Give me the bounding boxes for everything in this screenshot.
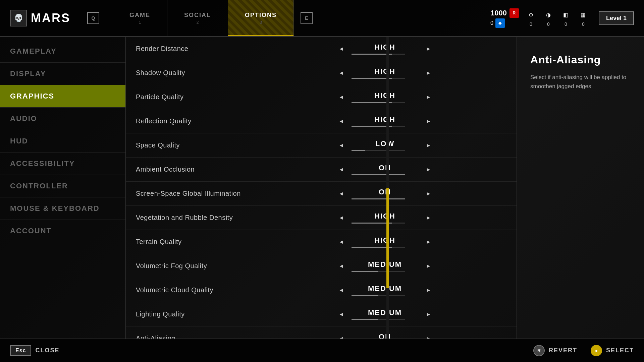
sidebar-item-display[interactable]: DISPLAY (0, 63, 125, 85)
value-bar-particle-quality (352, 102, 405, 103)
value-bar-fill-shadow-quality (352, 78, 392, 79)
table-row: Anti-Aliasing ◄ ON ► (126, 326, 517, 339)
table-row: Space Quality ◄ LOW ► (126, 133, 517, 158)
arrow-right-particle-quality[interactable]: ► (424, 92, 434, 102)
arrow-left-render-distance[interactable]: ◄ (336, 44, 346, 54)
hud-icon-circle: ◑ (543, 9, 554, 20)
setting-control-volumetric-fog: ◄ MEDIUM ► (263, 260, 506, 272)
sidebar-item-gameplay[interactable]: GAMEPLAY (0, 40, 125, 63)
arrow-right-render-distance[interactable]: ► (424, 44, 434, 54)
e-key-icon: E (301, 12, 313, 24)
value-bar-fill-volumetric-cloud (352, 295, 378, 296)
value-bar-fill-render-distance (352, 54, 392, 55)
arrow-right-anti-aliasing[interactable]: ► (424, 334, 434, 339)
value-bar-shadow-quality (352, 78, 405, 79)
currency-area: 1000 R 0 ◆ (490, 8, 519, 28)
setting-name-shadow-quality: Shadow Quality (136, 69, 263, 77)
value-bar-fill-lighting-quality (352, 319, 378, 320)
setting-name-terrain-quality: Terrain Quality (136, 238, 263, 246)
value-text-volumetric-cloud: MEDIUM (352, 284, 419, 293)
arrow-left-shadow-quality[interactable]: ◄ (336, 68, 346, 78)
setting-control-shadow-quality: ◄ HIGH ► (263, 67, 506, 79)
value-text-shadow-quality: HIGH (352, 67, 419, 76)
value-display-particle-quality: HIGH (352, 91, 419, 103)
currency-blue-icon: ◆ (495, 18, 505, 28)
value-bar-ssgi (352, 198, 405, 199)
arrow-right-reflection-quality[interactable]: ► (424, 116, 434, 126)
arrow-right-terrain-quality[interactable]: ► (424, 237, 434, 247)
setting-name-reflection-quality: Reflection Quality (136, 117, 263, 125)
value-text-reflection-quality: HIGH (352, 115, 419, 124)
setting-control-lighting-quality: ◄ MEDIUM ► (263, 308, 506, 320)
table-row: Lighting Quality ◄ MEDIUM ► (126, 302, 517, 326)
skull-icon: 💀 (10, 10, 27, 26)
scrollbar[interactable] (386, 37, 389, 339)
hud-icon-2-count: 0 (547, 21, 550, 27)
table-row: Reflection Quality ◄ HIGH ► (126, 109, 517, 133)
settings-panel: Render Distance ◄ HIGH ► Shadow Quality (126, 37, 517, 339)
tab-social[interactable]: SOCIAL 2 (167, 0, 228, 36)
arrow-right-ssgi[interactable]: ► (424, 189, 434, 199)
value-bar-reflection-quality (352, 126, 405, 127)
scroll-thumb[interactable] (386, 188, 389, 288)
arrow-left-ambient-occlusion[interactable]: ◄ (336, 165, 346, 175)
arrow-right-volumetric-fog[interactable]: ► (424, 261, 434, 271)
arrow-left-anti-aliasing[interactable]: ◄ (336, 334, 346, 339)
sidebar-item-controller[interactable]: CONTROLLER (0, 175, 125, 197)
table-row: Shadow Quality ◄ HIGH ► (126, 61, 517, 85)
value-display-lighting-quality: MEDIUM (352, 308, 419, 320)
table-row: Volumetric Fog Quality ◄ MEDIUM ► (126, 254, 517, 278)
table-row: Particle Quality ◄ HIGH ► (126, 85, 517, 109)
sidebar-item-account[interactable]: ACCOUNT (0, 220, 125, 242)
arrow-right-space-quality[interactable]: ► (424, 140, 434, 150)
arrow-right-volumetric-cloud[interactable]: ► (424, 285, 434, 295)
arrow-right-ambient-occlusion[interactable]: ► (424, 165, 434, 175)
setting-control-render-distance: ◄ HIGH ► (263, 43, 506, 55)
setting-control-space-quality: ◄ LOW ► (263, 139, 506, 151)
sidebar-item-audio[interactable]: AUDIO (0, 108, 125, 130)
arrow-left-terrain-quality[interactable]: ◄ (336, 237, 346, 247)
value-text-render-distance: HIGH (352, 43, 419, 52)
arrow-right-vegetation[interactable]: ► (424, 213, 434, 223)
setting-control-volumetric-cloud: ◄ MEDIUM ► (263, 284, 506, 296)
value-bar-vegetation (352, 223, 405, 224)
arrow-left-volumetric-cloud[interactable]: ◄ (336, 285, 346, 295)
arrow-left-vegetation[interactable]: ◄ (336, 213, 346, 223)
setting-name-ambient-occlusion: Ambient Occlusion (136, 166, 263, 173)
arrow-left-space-quality[interactable]: ◄ (336, 140, 346, 150)
value-text-vegetation: HIGH (352, 212, 419, 221)
logo-area: 💀 MARS (0, 10, 80, 26)
arrow-left-particle-quality[interactable]: ◄ (336, 92, 346, 102)
currency-r-icon: R (509, 8, 519, 18)
value-text-anti-aliasing: ON (352, 333, 419, 339)
hud-icon-1: ⚙ 0 (526, 9, 536, 27)
setting-control-reflection-quality: ◄ HIGH ► (263, 115, 506, 127)
hud-icon-square: ◧ (560, 9, 571, 20)
sidebar-item-mouse-keyboard[interactable]: MOUSE & KEYBOARD (0, 197, 125, 220)
arrow-right-shadow-quality[interactable]: ► (424, 68, 434, 78)
detail-title: Anti-Aliasing (530, 54, 631, 66)
arrow-left-ssgi[interactable]: ◄ (336, 189, 346, 199)
hud-icon-grid: ▦ (578, 9, 589, 20)
level-badge: Level 1 (599, 11, 634, 25)
hud-icon-3: ◧ 0 (560, 9, 571, 27)
arrow-left-reflection-quality[interactable]: ◄ (336, 116, 346, 126)
value-bar-fill-ambient-occlusion (352, 174, 405, 175)
value-bar-fill-ssgi (352, 198, 405, 199)
value-bar-fill-space-quality (352, 150, 365, 151)
main-content: GAMEPLAY DISPLAY GRAPHICS AUDIO HUD ACCE… (0, 37, 644, 339)
tab-options[interactable]: OPTIONS 3 (228, 0, 294, 36)
bottombar: Esc CLOSE R REVERT ● SELECT (0, 339, 644, 362)
sidebar-item-accessibility[interactable]: ACCESSIBILITY (0, 153, 125, 175)
setting-name-particle-quality: Particle Quality (136, 93, 263, 101)
hud-icon-gear: ⚙ (526, 9, 536, 20)
sidebar-item-graphics[interactable]: GRAPHICS (0, 85, 125, 108)
setting-name-volumetric-cloud: Volumetric Cloud Quality (136, 286, 263, 294)
arrow-left-volumetric-fog[interactable]: ◄ (336, 261, 346, 271)
sidebar-item-hud[interactable]: HUD (0, 130, 125, 153)
arrow-left-lighting-quality[interactable]: ◄ (336, 309, 346, 319)
arrow-right-lighting-quality[interactable]: ► (424, 309, 434, 319)
tab-game[interactable]: GAME 1 (113, 0, 167, 36)
q-key-icon: Q (87, 12, 99, 24)
table-row: Volumetric Cloud Quality ◄ MEDIUM ► (126, 278, 517, 302)
